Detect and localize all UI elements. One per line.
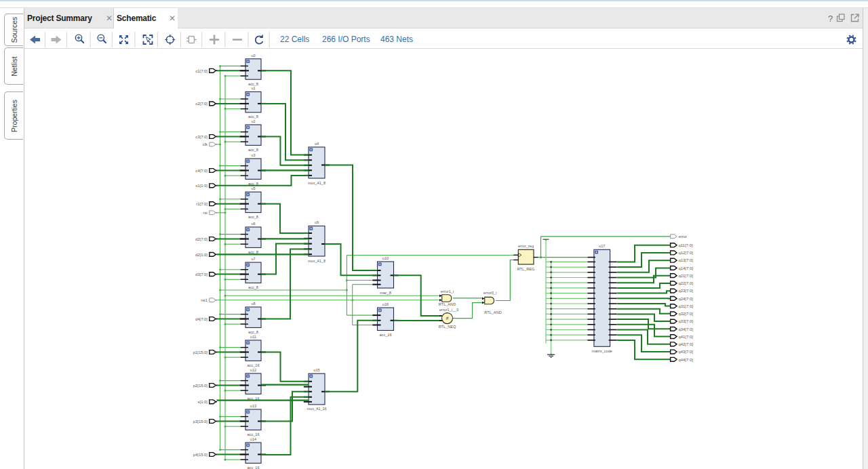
svg-text:r1[7:0]: r1[7:0] [196, 202, 208, 206]
svg-text:u3: u3 [251, 153, 255, 157]
svg-text:u2: u2 [251, 119, 255, 123]
svg-text:acc_16: acc_16 [247, 432, 259, 436]
svg-text:acc_16: acc_16 [247, 363, 259, 367]
svg-text:q32[7:0]: q32[7:0] [679, 312, 694, 316]
svg-text:mux_41_8: mux_41_8 [308, 181, 326, 185]
svg-text:u14: u14 [250, 437, 256, 441]
svg-text:acc_16: acc_16 [247, 466, 259, 469]
svg-text:RTL_NEQ: RTL_NEQ [439, 325, 456, 329]
svg-text:acc_8: acc_8 [248, 148, 258, 152]
svg-text:u12: u12 [250, 368, 256, 372]
svg-text:u16: u16 [382, 302, 389, 306]
svg-text:mux_41_16: mux_41_16 [307, 407, 326, 411]
svg-text:u13: u13 [250, 404, 256, 408]
svg-text:p1[15:0]: p1[15:0] [193, 350, 208, 354]
svg-text:error: error [679, 234, 687, 239]
svg-text:c1[7:0]: c1[7:0] [195, 69, 208, 73]
svg-text:u17: u17 [599, 244, 605, 248]
svg-text:matrix_code: matrix_code [592, 349, 612, 353]
svg-text:u4: u4 [315, 142, 319, 146]
svg-text:acc_8: acc_8 [248, 330, 258, 334]
svg-text:q34[7:0]: q34[7:0] [679, 327, 694, 331]
svg-text:acc_16: acc_16 [379, 333, 391, 337]
svg-text:q21[7:0]: q21[7:0] [679, 274, 694, 278]
svg-text:RTL_REG: RTL_REG [517, 267, 535, 271]
svg-text:q42[7:0]: q42[7:0] [679, 342, 694, 346]
svg-text:q22[7:0]: q22[7:0] [679, 281, 694, 285]
svg-text:q11[7:0]: q11[7:0] [679, 243, 693, 247]
svg-text:mac_8: mac_8 [380, 291, 391, 295]
svg-text:q41[7:0]: q41[7:0] [679, 335, 694, 339]
svg-text:clk: clk [203, 142, 208, 146]
svg-text:q14[7:0]: q14[7:0] [679, 266, 694, 270]
svg-text:RTL_AND: RTL_AND [484, 310, 501, 314]
svg-text:q43[7:0]: q43[7:0] [679, 350, 694, 354]
svg-text:c4[7:0]: c4[7:0] [195, 169, 208, 173]
svg-text:error1_i: error1_i [441, 289, 454, 293]
svg-text:rst1: rst1 [201, 298, 208, 302]
svg-text:error_reg: error_reg [518, 244, 534, 248]
svg-text:p3[15:0]: p3[15:0] [193, 420, 208, 424]
svg-text:s[1:0]: s[1:0] [198, 400, 208, 404]
svg-text:q12[7:0]: q12[7:0] [679, 251, 694, 255]
svg-text:u5: u5 [251, 186, 255, 190]
svg-text:u10: u10 [382, 256, 389, 260]
svg-text:u8: u8 [251, 302, 255, 306]
svg-text:u6: u6 [251, 222, 255, 226]
svg-text:d2[7:0]: d2[7:0] [195, 237, 208, 241]
svg-text:u1: u1 [251, 86, 255, 90]
svg-text:acc_8: acc_8 [248, 215, 258, 219]
svg-text:p4[15:0]: p4[15:0] [193, 453, 208, 457]
svg-text:mux_41_8: mux_41_8 [308, 259, 326, 263]
svg-text:q31[7:0]: q31[7:0] [679, 304, 694, 308]
svg-text:d2[1:0]: d2[1:0] [195, 253, 208, 257]
svg-text:acc_8: acc_8 [248, 285, 258, 289]
svg-text:acc_8: acc_8 [248, 250, 258, 254]
svg-text:acc_8: acc_8 [248, 82, 258, 86]
svg-text:error1_i__0: error1_i__0 [439, 308, 459, 312]
svg-text:q24[7:0]: q24[7:0] [679, 297, 694, 301]
svg-text:q44[7:0]: q44[7:0] [679, 358, 694, 362]
svg-text:u11: u11 [250, 335, 256, 339]
svg-text:s1[1:0]: s1[1:0] [195, 184, 208, 188]
svg-text:c3[7:0]: c3[7:0] [195, 135, 208, 139]
svg-text:q13[7:0]: q13[7:0] [679, 258, 694, 262]
svg-text:d3[7:0]: d3[7:0] [195, 272, 208, 277]
svg-text:q33[7:0]: q33[7:0] [679, 319, 694, 323]
svg-text:rst: rst [203, 211, 208, 215]
svg-text:q23[7:0]: q23[7:0] [679, 289, 694, 293]
svg-text:u0: u0 [251, 54, 255, 58]
svg-text:u15: u15 [313, 368, 319, 372]
svg-text:c2[7:0]: c2[7:0] [195, 102, 208, 106]
svg-text:u9: u9 [315, 220, 319, 224]
svg-text:d4[7:0]: d4[7:0] [195, 317, 208, 321]
svg-text:?: ? [828, 14, 833, 24]
svg-text:p2[15:0]: p2[15:0] [193, 384, 208, 388]
svg-text:acc_8: acc_8 [248, 115, 258, 119]
svg-text:error0_i: error0_i [484, 291, 496, 295]
svg-text:u7: u7 [251, 257, 255, 261]
svg-text:≠: ≠ [446, 315, 448, 321]
svg-text:RTL_AND: RTL_AND [439, 302, 456, 306]
